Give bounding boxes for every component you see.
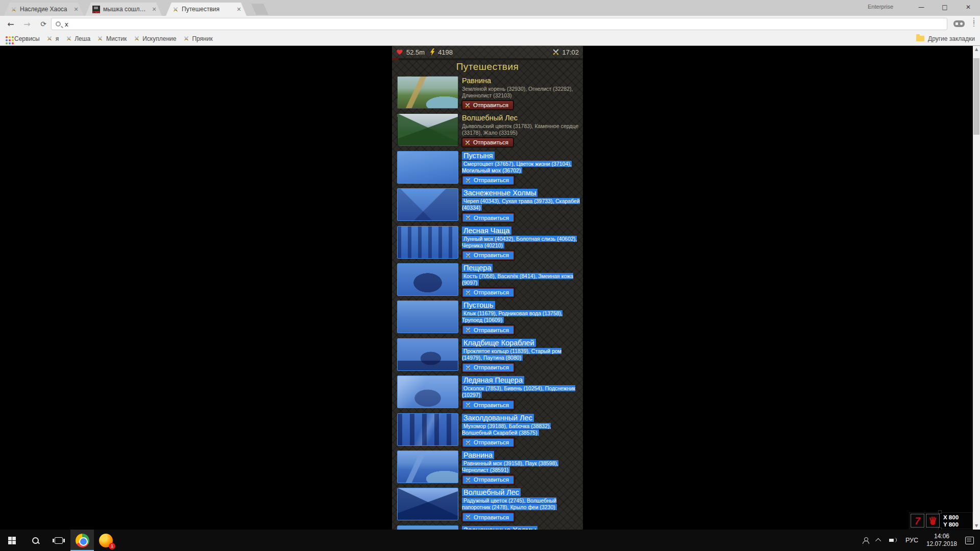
bookmark-item[interactable]: я xyxy=(47,35,59,42)
crossed-swords-icon xyxy=(465,365,471,370)
go-button[interactable]: Отправиться xyxy=(462,288,514,297)
crossed-swords-icon xyxy=(11,7,17,12)
go-button[interactable]: Отправиться xyxy=(462,138,513,147)
start-button[interactable] xyxy=(0,530,23,551)
crossed-swords-icon xyxy=(465,327,471,333)
bookmark-item[interactable]: Мистик xyxy=(97,35,127,42)
go-button[interactable]: Отправиться xyxy=(462,400,514,410)
go-button[interactable]: Отправиться xyxy=(462,325,514,335)
location-name: Ледяная Пещера xyxy=(462,376,524,384)
tab-close-icon[interactable]: ✕ xyxy=(151,6,158,13)
location-card: Пещера Кость (7058), Василёк (8414), Зме… xyxy=(392,261,583,298)
scroll-down-arrow[interactable]: ▼ xyxy=(973,522,980,530)
hidden-icons-chevron[interactable] xyxy=(875,538,881,544)
go-button[interactable]: Отправиться xyxy=(462,251,514,260)
location-thumbnail[interactable] xyxy=(397,375,458,408)
volume-icon[interactable] xyxy=(889,537,897,543)
location-thumbnail[interactable] xyxy=(397,300,458,333)
forward-button[interactable]: → xyxy=(20,17,34,31)
browser-toolbar: ← → ⟳ x ⋮⋮ xyxy=(0,16,980,32)
location-card: Кладбище Кораблей Проклятое кольцо (1183… xyxy=(392,336,583,373)
people-icon[interactable] xyxy=(863,537,869,543)
location-thumbnail[interactable] xyxy=(397,113,458,146)
window-maximize-button[interactable]: □ xyxy=(933,0,957,14)
location-items: Мухомор (39188), Бабочка (38832), Волшеб… xyxy=(462,423,581,436)
location-card: Волшебный Лес Радужный цветок (2745), Во… xyxy=(392,486,583,523)
go-button[interactable]: Отправиться xyxy=(462,101,513,110)
overlay-handle[interactable] xyxy=(938,510,942,514)
location-thumbnail[interactable] xyxy=(397,413,458,446)
location-card: Равнина Земляной корень (32930), Огнелис… xyxy=(392,74,583,111)
scrollbar-thumb[interactable] xyxy=(973,58,979,135)
location-thumbnail[interactable] xyxy=(397,525,458,530)
taskbar-chrome-button[interactable] xyxy=(70,530,94,551)
tab-close-icon[interactable]: ✕ xyxy=(72,6,80,13)
tab-nasledie[interactable]: Наследие Хаоса ✕ xyxy=(4,3,84,16)
crossed-swords-icon xyxy=(465,215,471,220)
window-close-button[interactable]: ✕ xyxy=(957,0,980,14)
game-panel: 52.5m 4198 17:02 Путешествия Равнина Зем… xyxy=(392,46,583,530)
go-button[interactable]: Отправиться xyxy=(462,512,514,522)
crossed-swords-icon xyxy=(465,477,471,483)
crossed-swords-icon xyxy=(66,36,71,41)
bookmark-services[interactable]: Сервисы xyxy=(5,35,40,42)
bookmark-item[interactable]: Леша xyxy=(66,35,90,42)
task-view-button[interactable] xyxy=(47,530,70,551)
bookmark-item[interactable]: Искупление xyxy=(134,35,176,42)
folder-icon xyxy=(916,36,924,41)
go-button[interactable]: Отправиться xyxy=(462,475,514,485)
red-hand-icon[interactable] xyxy=(926,514,940,528)
location-name: Равнина xyxy=(462,77,491,85)
language-indicator[interactable]: РУС xyxy=(905,537,918,544)
other-bookmarks-button[interactable]: Другие закладки xyxy=(916,35,975,42)
reload-button[interactable]: ⟳ xyxy=(37,17,50,31)
page-scrollbar[interactable]: ▲ ▼ xyxy=(973,46,980,530)
tab-travels-active[interactable]: Путешествия ✕ xyxy=(166,3,247,16)
go-button[interactable]: Отправиться xyxy=(462,438,514,447)
address-bar[interactable]: x xyxy=(51,18,947,30)
window-minimize-button[interactable]: — xyxy=(910,0,933,14)
tab-close-icon[interactable]: ✕ xyxy=(235,6,242,13)
location-card: Равнина Равнинный мох (39158), Паук (385… xyxy=(392,448,583,486)
game-time: 17:02 xyxy=(562,48,579,56)
go-button[interactable]: Отправиться xyxy=(462,176,514,185)
taskbar: 1 РУС 14:06 12.07.2018 xyxy=(0,530,980,551)
overlay-x-coord: X 800 xyxy=(943,514,959,521)
location-items: Радужный цветок (2745), Волшебный папоро… xyxy=(462,497,581,511)
go-button[interactable]: Отправиться xyxy=(462,363,514,372)
tab-mouse[interactable]: мышка сошла с ума :D ✕ xyxy=(85,3,162,16)
location-name: Волшебный Лес xyxy=(462,114,518,122)
location-thumbnail[interactable] xyxy=(397,226,458,259)
location-name: Пещера xyxy=(462,264,493,272)
go-button[interactable]: Отправиться xyxy=(462,213,514,222)
tab-strip: Наследие Хаоса ✕ мышка сошла с ума :D ✕ … xyxy=(0,0,980,16)
address-text: x xyxy=(65,20,68,28)
location-name: Лесная Чаща xyxy=(462,227,511,235)
bookmarks-bar: Сервисы я Леша Мистик Искупление Пряник … xyxy=(0,32,980,46)
location-items: Равнинный мох (39158), Паук (38598), Чер… xyxy=(462,460,581,473)
new-tab-button[interactable] xyxy=(251,4,268,15)
location-thumbnail[interactable] xyxy=(397,488,458,520)
location-items: Череп (40343), Сухая трава (39733), Скар… xyxy=(462,198,581,211)
location-thumbnail[interactable] xyxy=(397,263,458,296)
location-thumbnail[interactable] xyxy=(397,151,458,184)
gamepad-extension-icon[interactable] xyxy=(953,20,965,27)
scroll-up-arrow[interactable]: ▲ xyxy=(973,46,980,53)
taskbar-search-button[interactable] xyxy=(23,530,47,551)
bookmark-item[interactable]: Пряник xyxy=(183,35,212,42)
taskbar-firefox-button[interactable]: 1 xyxy=(94,530,117,551)
browser-menu-icon[interactable]: ⋮⋮ xyxy=(970,18,978,29)
location-thumbnail[interactable] xyxy=(397,338,458,371)
location-thumbnail[interactable] xyxy=(397,76,458,109)
red-rune-icon[interactable]: 7 xyxy=(911,514,924,528)
macro-overlay: 7 X 800 Y 800 xyxy=(909,512,973,529)
action-center-icon[interactable] xyxy=(965,537,974,544)
location-thumbnail[interactable] xyxy=(397,450,458,483)
location-thumbnail[interactable] xyxy=(397,188,458,221)
tab-label: Наследие Хаоса xyxy=(20,6,69,13)
clock[interactable]: 14:06 12.07.2018 xyxy=(926,533,957,548)
crossed-swords-icon xyxy=(465,140,471,145)
hp-progress-strip xyxy=(392,58,583,60)
location-name: Пустыня xyxy=(462,152,495,160)
back-button[interactable]: ← xyxy=(4,17,17,31)
